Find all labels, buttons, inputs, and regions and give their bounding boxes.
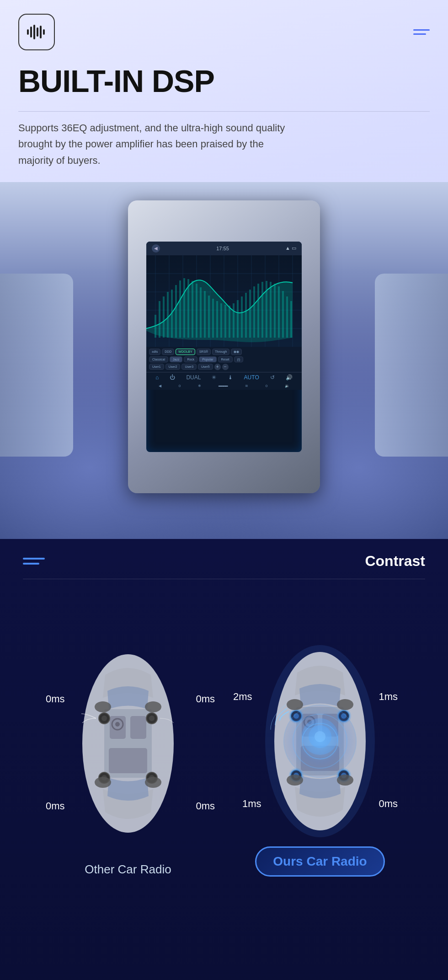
svg-rect-34 (196, 284, 197, 338)
svg-rect-27 (167, 292, 169, 338)
user2-btn[interactable]: User2 (165, 364, 181, 370)
power-icon[interactable]: ⏻ (170, 374, 175, 381)
contrast-lines-icon (23, 558, 45, 565)
srs-btn[interactable]: SRS® (197, 349, 211, 355)
popular-btn[interactable]: Popular (199, 356, 216, 362)
classical-btn[interactable]: Classical (149, 356, 168, 362)
airflow-icon[interactable]: ≋ (245, 384, 248, 388)
our-car-item: 2ms 1ms 1ms 0ms (238, 636, 402, 877)
hamburger-line-1 (413, 29, 430, 31)
svg-rect-1 (30, 27, 32, 38)
screen-header: ◀ 17:55 ▲ ▭ (146, 242, 302, 255)
dts-btn[interactable]: ±dts (149, 349, 160, 355)
other-car-ms-bottom-left: 0ms (46, 800, 65, 812)
svg-rect-32 (187, 279, 189, 338)
defrost-icon[interactable]: ❄ (198, 384, 201, 388)
sound-wave-effect (283, 705, 357, 778)
svg-rect-53 (274, 284, 276, 338)
svg-rect-44 (237, 300, 239, 338)
svg-rect-45 (241, 296, 243, 338)
back-arrow[interactable]: ◀ (159, 384, 161, 388)
svg-point-97 (287, 699, 303, 710)
our-car-top-view: 2ms 1ms 1ms 0ms (256, 636, 384, 846)
svg-rect-31 (183, 278, 185, 338)
dashboard-unit: ◀ 17:55 ▲ ▭ (128, 200, 320, 493)
svg-rect-36 (204, 291, 206, 338)
svg-point-74 (145, 701, 161, 712)
reset-btn[interactable]: Reset (218, 356, 233, 362)
screen-controls: ▲ ▭ (285, 245, 296, 251)
svg-rect-46 (245, 293, 247, 338)
svg-rect-24 (155, 315, 156, 338)
hamburger-menu-button[interactable] (413, 29, 430, 35)
other-car-label: Other Car Radio (85, 862, 171, 877)
other-car-ms-bottom-right: 0ms (196, 800, 215, 812)
jazz-btn[interactable]: Jazz (170, 356, 182, 362)
svg-rect-54 (278, 286, 280, 338)
eq-controls: ±dts DDD WDOLBY SRS® Through ◉◉ Classica… (146, 347, 302, 372)
other-car-top-view: 0ms 0ms 0ms 0ms (64, 638, 192, 849)
screen-nav-bar: ⌂ ⏻ DUAL ✳ 🌡 AUTO ↺ 🔊 (146, 372, 302, 382)
our-car-label: Ours Car Radio (255, 846, 384, 877)
header (0, 0, 448, 59)
contrast-line-2 (23, 563, 39, 565)
recirculate-icon[interactable]: ↺ (270, 374, 275, 381)
logo-box (18, 14, 55, 50)
audio-out-btn[interactable]: ◉◉ (231, 349, 242, 355)
other-car-ms-top-left: 0ms (46, 693, 65, 705)
auto-label[interactable]: AUTO (244, 374, 259, 381)
car-interior-image: ◀ 17:55 ▲ ▭ (0, 182, 448, 539)
svg-rect-39 (216, 301, 218, 338)
dolby-btn[interactable]: WDOLBY (176, 349, 195, 355)
hamburger-line-2 (413, 33, 426, 35)
our-car-ms-bottom-right: 0ms (379, 798, 398, 810)
svg-rect-29 (175, 285, 177, 338)
fan-icon[interactable]: ✳ (212, 374, 216, 381)
user1-btn[interactable]: User1 (149, 364, 164, 370)
svg-point-98 (337, 699, 353, 710)
contrast-section: Contrast 0ms 0ms 0ms 0ms (0, 539, 448, 980)
audio-waveform-logo (25, 23, 48, 41)
eq-display (146, 255, 302, 347)
rock-btn[interactable]: Rock (184, 356, 197, 362)
svg-rect-26 (163, 296, 165, 338)
back-button[interactable]: ◀ (152, 244, 160, 253)
through-btn[interactable]: Through (212, 349, 229, 355)
seat-left (0, 274, 73, 457)
svg-rect-41 (224, 305, 226, 338)
user3-btn[interactable]: User3 (181, 364, 197, 370)
svg-rect-55 (282, 291, 284, 338)
other-car-item: 0ms 0ms 0ms 0ms (46, 638, 210, 877)
svg-point-64 (115, 722, 120, 727)
svg-rect-3 (37, 27, 38, 37)
cars-comparison: 0ms 0ms 0ms 0ms (0, 579, 448, 877)
dual-icon[interactable]: DUAL (186, 374, 201, 381)
remove-user-btn[interactable]: − (222, 364, 229, 370)
volume-icon[interactable]: 🔊 (286, 374, 293, 381)
contrast-label: Contrast (365, 553, 425, 570)
ddd-btn[interactable]: DDD (162, 349, 174, 355)
svg-rect-38 (212, 299, 214, 338)
svg-rect-0 (27, 29, 29, 35)
svg-point-68 (149, 716, 155, 721)
svg-rect-51 (266, 281, 267, 338)
temp-slider[interactable]: ━━━━ (219, 384, 228, 388)
svg-rect-5 (43, 29, 45, 35)
page-title: BUILT-IN DSP (18, 64, 430, 98)
other-car-svg (64, 638, 192, 849)
eq-chart (146, 255, 302, 347)
svg-rect-33 (192, 281, 193, 338)
title-divider (18, 111, 430, 112)
svg-rect-37 (208, 296, 210, 338)
add-user-btn[interactable]: + (214, 364, 221, 370)
ac-icon[interactable]: 🌡 (228, 374, 233, 381)
info-btn[interactable]: (i) (234, 356, 243, 362)
home-icon[interactable]: ⌂ (155, 374, 159, 381)
svg-point-76 (145, 777, 161, 788)
effects-row: ±dts DDD WDOLBY SRS® Through ◉◉ (149, 349, 299, 355)
volume-down[interactable]: 🔉 (285, 384, 289, 388)
svg-rect-42 (229, 306, 230, 338)
temp-right: 0 (266, 384, 267, 388)
svg-rect-52 (270, 282, 272, 338)
user5-btn[interactable]: User5 (198, 364, 213, 370)
